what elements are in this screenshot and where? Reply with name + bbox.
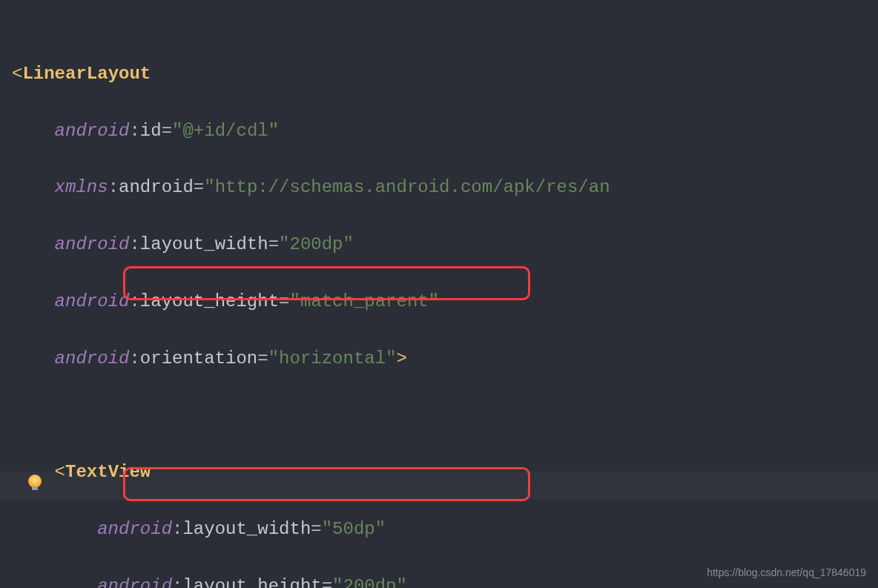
line-ll-attr-orientation: android:orientation="horizontal"> (0, 345, 878, 373)
line-ll-attr-height: android:layout_height="match_parent" (0, 288, 878, 316)
line-tv1-attr-width: android:layout_width="50dp" (0, 515, 878, 544)
lightbulb-icon[interactable] (28, 475, 42, 488)
tag-textview: TextView (65, 462, 151, 482)
line-ll-attr-xmlns: xmlns:android="http://schemas.android.co… (0, 174, 878, 202)
line-blank-1 (0, 401, 878, 429)
code-editor[interactable]: <LinearLayout android:id="@+id/cdl" xmln… (0, 0, 878, 588)
gutter (0, 0, 44, 588)
line-ll-attr-id: android:id="@+id/cdl" (0, 117, 878, 145)
line-ll-attr-width: android:layout_width="200dp" (0, 231, 878, 259)
line-open-textview1: <TextView (0, 458, 878, 486)
line-open-linearlayout: <LinearLayout (0, 60, 878, 88)
watermark: https://blog.csdn.net/qq_17846019 (707, 564, 866, 581)
